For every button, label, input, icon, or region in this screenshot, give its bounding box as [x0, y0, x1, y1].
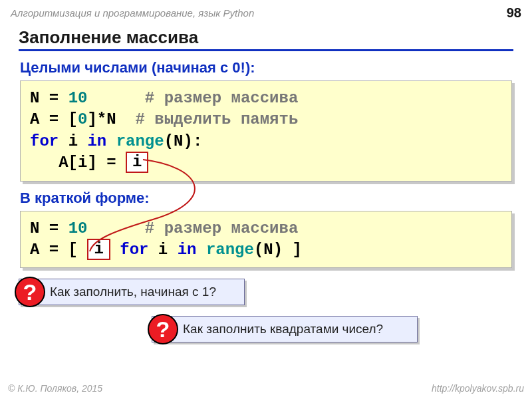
- code-text: N: [30, 89, 39, 107]
- code-keyword: in: [178, 241, 197, 259]
- code-text: i: [148, 241, 177, 259]
- question-mark-icon: ?: [15, 277, 45, 307]
- code-number: 10: [68, 89, 88, 107]
- code-text: A = [: [30, 241, 87, 259]
- question-mark-icon: ?: [148, 314, 178, 344]
- code-block-2: N = 10 # размер массива A = [ i for i in…: [20, 211, 512, 269]
- question-row-1: ? Как заполнить, начиная с 1?: [19, 279, 245, 305]
- code-keyword: for: [120, 241, 148, 259]
- code-text: (N) ]: [254, 241, 302, 259]
- code-comment: # выделить память: [135, 110, 298, 128]
- code-text: (N):: [164, 132, 203, 150]
- question-box-1: Как заполнить, начиная с 1?: [19, 279, 245, 305]
- page-number: 98: [507, 5, 521, 21]
- subtitle-integers: Целыми числами (начиная с 0!):: [20, 59, 513, 76]
- highlight-box-i-1: i: [126, 152, 148, 173]
- code-text: A = [: [30, 110, 78, 128]
- code-number: 10: [68, 219, 88, 237]
- code-keyword: for: [30, 132, 59, 150]
- code-text: =: [39, 89, 68, 107]
- question-row-2: ? Как заполнить квадратами чисел?: [152, 316, 418, 342]
- code-function: range: [206, 241, 254, 259]
- code-text: i: [68, 132, 78, 150]
- code-text: =: [39, 219, 68, 237]
- code-text: N: [30, 219, 39, 237]
- code-function: range: [116, 132, 164, 150]
- footer-url: http://kpolyakov.spb.ru: [432, 383, 524, 394]
- code-keyword: in: [87, 132, 106, 150]
- question-box-2: Как заполнить квадратами чисел?: [152, 316, 418, 342]
- code-number: 0: [78, 110, 87, 128]
- code-comment: # размер массива: [145, 219, 298, 237]
- subtitle-short-form: В краткой форме:: [20, 190, 513, 207]
- code-block-1: N = 10 # размер массива A = [0]*N # выде…: [20, 80, 512, 182]
- code-text: ]*N: [87, 110, 116, 128]
- page-title: Заполнение массива: [19, 27, 513, 51]
- breadcrumb: Алгоритмизация и программирование, язык …: [11, 7, 254, 19]
- code-text: A[i] =: [30, 154, 126, 172]
- footer-author: © К.Ю. Поляков, 2015: [8, 383, 102, 394]
- code-comment: # размер массива: [145, 89, 298, 107]
- highlight-box-i-2: i: [87, 239, 110, 260]
